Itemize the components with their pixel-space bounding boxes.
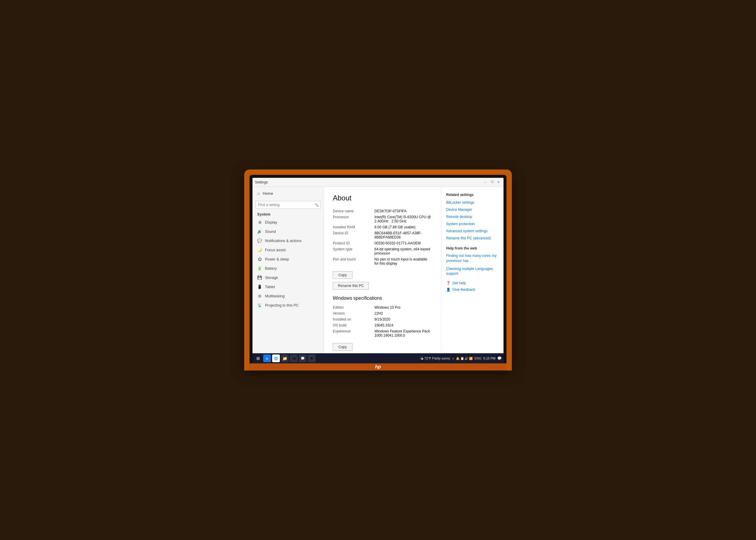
device-name-value: DESKTOP-07SFIFA [375, 209, 432, 213]
sidebar-item-storage-label: Storage [265, 276, 278, 280]
installed-on-value: 9/15/2020 [375, 317, 432, 322]
sidebar-section-title: System [252, 211, 324, 218]
laptop-base: hp [249, 363, 507, 370]
taskbar-notification-icon[interactable]: 💬 [497, 356, 502, 360]
bitlocker-link[interactable]: BitLocker settings [446, 201, 499, 204]
taskbar-weather[interactable]: 🌤 72°F Partly sunny [420, 356, 450, 360]
display-icon: 🖥 [257, 220, 262, 224]
clock-time: 6:15 PM [483, 356, 496, 360]
sidebar-item-focus-label: Focus assist [265, 248, 285, 252]
ram-row: Installed RAM 8.00 GB (7.88 GB usable) [333, 224, 432, 230]
sidebar-item-notifications-label: Notifications & actions [265, 239, 302, 243]
give-feedback-button[interactable]: 👤 Give feedback [446, 288, 499, 292]
sidebar-item-focus[interactable]: 🌙 Focus assist [252, 245, 324, 254]
windows-info-table: Edition Windows 10 Pro Version 22H2 Inst… [333, 305, 432, 338]
sidebar-item-battery[interactable]: 🔋 Battery [252, 264, 324, 273]
settings-body: ⌂ Home 🔍 System 🖥 Display 🔊 Sound [252, 187, 504, 353]
sidebar-item-projecting[interactable]: 📡 Projecting to this PC [252, 301, 324, 310]
edition-value: Windows 10 Pro [375, 305, 432, 310]
taskbar-explorer[interactable]: 📁 [281, 354, 289, 362]
search-input[interactable] [255, 201, 321, 209]
system-type-row: System type 64-bit operating system, x64… [333, 246, 432, 256]
device-info-table: Device name DESKTOP-07SFIFA Processor In… [333, 208, 432, 266]
os-build-value: 19045.3324 [375, 323, 432, 328]
processor-row: Processor Intel(R) Core(TM) i5-6300U CPU… [333, 214, 432, 224]
pen-touch-label: Pen and touch [333, 257, 375, 266]
get-help-button[interactable]: ❓ Get help [446, 281, 499, 285]
taskbar-lang: ENG [474, 356, 482, 360]
sidebar-home-button[interactable]: ⌂ Home [252, 187, 324, 200]
advanced-system-settings-link[interactable]: Advanced system settings [446, 229, 499, 233]
tablet-icon: 📱 [257, 285, 262, 289]
copy-device-button[interactable]: Copy [333, 271, 353, 279]
sidebar-home-label: Home [263, 191, 273, 196]
version-label: Version [333, 311, 375, 316]
weather-text: 72°F Partly sunny [424, 356, 450, 360]
sidebar-item-battery-label: Battery [265, 266, 277, 271]
product-id-value: 00330-50332-01771-AAOEM [375, 241, 432, 245]
windows-specs-title: Windows specifications [333, 296, 432, 301]
sidebar-item-tablet[interactable]: 📱 Tablet [252, 282, 324, 291]
pen-touch-value: No pen or touch input is available for t… [375, 257, 432, 266]
minimize-button[interactable]: – [483, 180, 488, 185]
os-build-label: OS build [333, 323, 375, 328]
remote-desktop-link[interactable]: Remote desktop [446, 215, 499, 219]
sidebar-item-display[interactable]: 🖥 Display [252, 218, 324, 227]
version-row: Version 22H2 [333, 311, 432, 317]
sidebar-item-sound[interactable]: 🔊 Sound [252, 227, 324, 236]
projecting-icon: 📡 [257, 303, 262, 308]
restore-button[interactable]: ❐ [489, 180, 495, 185]
ram-label: Installed RAM [333, 225, 375, 229]
copy-windows-button[interactable]: Copy [333, 343, 353, 351]
storage-icon: 💾 [257, 275, 262, 280]
sound-icon: 🔊 [257, 229, 262, 234]
window-controls: – ❐ ✕ [483, 180, 501, 185]
taskbar-time[interactable]: 6:15 PM [483, 356, 496, 360]
sidebar-item-power-label: Power & sleep [265, 257, 289, 261]
taskbar-chrome[interactable]: 🌐 [272, 354, 280, 362]
page-title: About [333, 194, 432, 202]
taskbar-chevron[interactable]: ∧ [452, 357, 454, 360]
installed-on-label: Installed on [333, 317, 375, 322]
taskbar-edge[interactable]: e [263, 354, 271, 362]
system-protection-link[interactable]: System protection [446, 222, 499, 226]
experience-label: Experience [333, 329, 375, 338]
hp-logo: hp [375, 364, 381, 370]
sidebar-item-notifications[interactable]: 💬 Notifications & actions [252, 236, 324, 245]
sidebar-item-multitasking-label: Multitasking [265, 294, 285, 298]
power-icon: ⏻ [257, 257, 262, 261]
close-button[interactable]: ✕ [496, 180, 501, 185]
taskbar-settings[interactable]: ⚙ [308, 354, 316, 362]
get-help-icon: ❓ [446, 281, 451, 285]
device-name-label: Device name [333, 209, 375, 213]
taskbar-store[interactable]: 🛍 [290, 354, 298, 362]
rename-pc-button[interactable]: Rename this PC [333, 282, 369, 290]
cores-help-link[interactable]: Finding out how many cores my processor … [446, 253, 499, 263]
related-settings-panel: Related settings BitLocker settings Devi… [441, 187, 504, 353]
focus-icon: 🌙 [257, 248, 262, 252]
device-manager-link[interactable]: Device Manager [446, 207, 499, 212]
languages-help-link[interactable]: Checking multiple Languages support [446, 266, 499, 277]
sidebar-item-multitasking[interactable]: ⊞ Multitasking [252, 291, 324, 301]
ram-value: 8.00 GB (7.88 GB usable) [375, 225, 432, 229]
sidebar-item-storage[interactable]: 💾 Storage [252, 273, 324, 282]
processor-value: Intel(R) Core(TM) i5-6300U CPU @ 2.40GHz… [375, 215, 432, 223]
pen-touch-row: Pen and touch No pen or touch input is a… [333, 256, 432, 266]
device-name-row: Device name DESKTOP-07SFIFA [333, 208, 432, 214]
sidebar-item-sound-label: Sound [265, 229, 276, 234]
device-id-label: Device ID [333, 231, 375, 239]
sidebar-item-power[interactable]: ⏻ Power & sleep [252, 254, 324, 264]
rename-pc-advanced-link[interactable]: Rename this PC (advanced) [446, 236, 499, 240]
sidebar-item-projecting-label: Projecting to this PC [265, 303, 299, 308]
taskbar-whatsapp[interactable]: 💬 [299, 354, 307, 362]
edition-row: Edition Windows 10 Pro [333, 305, 432, 311]
give-feedback-label: Give feedback [452, 288, 475, 292]
system-type-value: 64-bit operating system, x64-based proce… [375, 247, 432, 255]
version-value: 22H2 [375, 311, 432, 316]
get-help-label: Get help [452, 281, 466, 285]
installed-on-row: Installed on 9/15/2020 [333, 317, 432, 322]
product-id-label: Product ID [333, 241, 375, 245]
start-button[interactable]: ⊞ [254, 354, 262, 362]
os-build-row: OS build 19045.3324 [333, 322, 432, 328]
taskbar: ⊞ e 🌐 📁 🛍 💬 ⚙ 🌤 72°F Partly sunny ∧ 🔔 📋 … [252, 353, 504, 363]
